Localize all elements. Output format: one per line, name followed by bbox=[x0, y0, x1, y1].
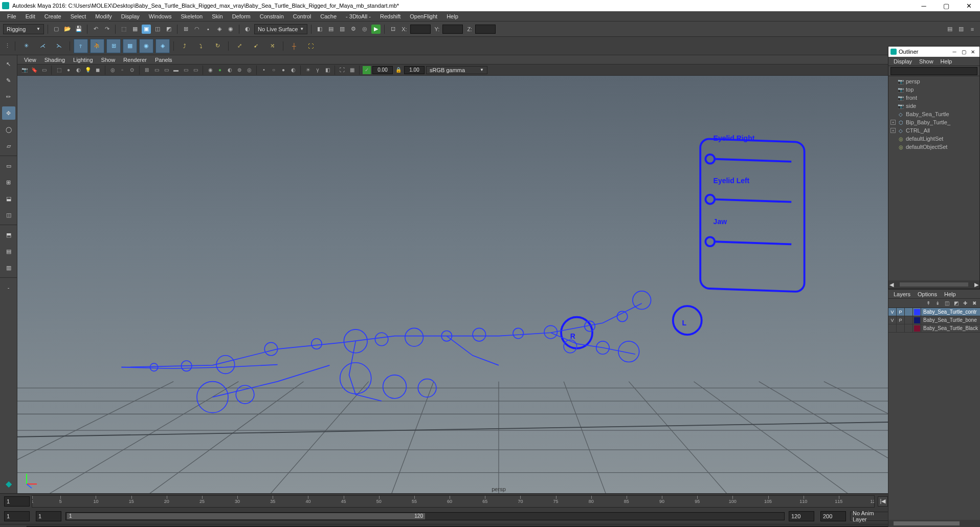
layer-display-type[interactable] bbox=[905, 324, 913, 333]
layout-persp-icon[interactable]: ▥ bbox=[2, 261, 15, 274]
menu-display[interactable]: Display bbox=[117, 12, 144, 20]
textured-icon[interactable]: ◐ bbox=[74, 66, 82, 74]
render-settings-icon[interactable]: ⚙ bbox=[349, 25, 358, 34]
select-tool[interactable]: ↖ bbox=[2, 57, 15, 71]
outliner-menu-display[interactable]: Display bbox=[890, 58, 915, 65]
live-surface-dropdown[interactable]: No Live Surface ▼ bbox=[254, 24, 307, 34]
gamma-value[interactable]: 1.00 bbox=[404, 66, 425, 74]
select-mask2-icon[interactable]: ◩ bbox=[164, 25, 173, 34]
snap-live-icon[interactable]: ◉ bbox=[226, 25, 235, 34]
playback-end-outer[interactable]: 200 bbox=[820, 511, 846, 521]
current-frame-input[interactable]: 1 bbox=[4, 496, 30, 507]
sym-y-icon[interactable]: ⋌ bbox=[35, 39, 50, 53]
playback-start-inner[interactable]: 1 bbox=[36, 511, 61, 521]
ipr-render-icon[interactable]: ▥ bbox=[338, 25, 347, 34]
menu-create[interactable]: Create bbox=[40, 12, 65, 20]
panel-menu-shading[interactable]: Shading bbox=[41, 56, 69, 63]
view-transform-icon[interactable]: ◧ bbox=[323, 66, 331, 74]
range-thumb[interactable]: 1 120 bbox=[67, 513, 425, 519]
layer-visibility-toggle[interactable]: V bbox=[888, 316, 897, 324]
film-gate-icon[interactable]: ▭ bbox=[152, 66, 161, 74]
outliner-close-button[interactable]: ✕ bbox=[968, 48, 977, 55]
y-input[interactable] bbox=[442, 25, 463, 34]
panel-menu-lighting[interactable]: Lighting bbox=[70, 56, 97, 63]
menu-select[interactable]: Select bbox=[66, 12, 91, 20]
menu-3dtoall[interactable]: - 3DtoAll - bbox=[342, 12, 375, 20]
safe-action-icon[interactable]: ▭ bbox=[182, 66, 190, 74]
menu-skeleton[interactable]: Skeleton bbox=[176, 12, 207, 20]
close-button[interactable]: ✕ bbox=[963, 1, 975, 10]
maximize-button[interactable]: ▢ bbox=[940, 1, 952, 10]
camera-select-icon[interactable]: 📷 bbox=[20, 66, 29, 74]
shadows-icon[interactable]: ◼ bbox=[94, 66, 102, 74]
lock-icon[interactable]: 🔒 bbox=[394, 66, 403, 74]
select-mask-icon[interactable]: ◫ bbox=[153, 25, 162, 34]
lasso-tool[interactable]: ✎ bbox=[2, 74, 15, 87]
layer-row[interactable]: V P Baby_Sea_Turtle_bone bbox=[888, 316, 980, 324]
outliner-tree[interactable]: 📷persp 📷top 📷front 📷side ◇Baby_Sea_Turtl… bbox=[888, 76, 979, 280]
layers-menu-options[interactable]: Options bbox=[915, 291, 940, 298]
humanik-icon[interactable]: ⛶ bbox=[303, 39, 318, 53]
grid-icon[interactable]: ⊞ bbox=[143, 66, 151, 74]
green-toggle-icon[interactable]: ✓ bbox=[363, 66, 371, 74]
menu-openflight[interactable]: OpenFlight bbox=[406, 12, 441, 20]
attribute-editor-toggle-icon[interactable]: ▤ bbox=[945, 25, 954, 34]
layout-three-icon[interactable]: ⬒ bbox=[2, 228, 15, 241]
layer-display-type[interactable] bbox=[905, 308, 913, 316]
layer-playback-toggle[interactable]: P bbox=[897, 308, 905, 316]
save-scene-icon[interactable]: 💾 bbox=[74, 25, 83, 34]
scale-tool[interactable]: ▱ bbox=[2, 139, 15, 152]
move-tool[interactable]: ✥ bbox=[2, 106, 15, 120]
layer-new-selected-icon[interactable]: ◩ bbox=[952, 300, 960, 307]
scrollbar-thumb[interactable] bbox=[894, 521, 960, 525]
layer-move-up-icon[interactable]: ↟ bbox=[925, 300, 932, 307]
layer-row[interactable]: V P Baby_Sea_Turtle_contr bbox=[888, 308, 980, 316]
gate-mask-icon[interactable]: ▬ bbox=[172, 66, 180, 74]
menu-cache[interactable]: Cache bbox=[316, 12, 341, 20]
layer-visibility-toggle[interactable]: V bbox=[888, 308, 897, 316]
input-mode-icon[interactable]: ⊡ bbox=[388, 25, 397, 34]
snap-curve-icon[interactable]: ◠ bbox=[192, 25, 202, 34]
layer-new-empty-icon[interactable]: ◫ bbox=[943, 300, 950, 307]
select-object-icon[interactable]: ▦ bbox=[130, 25, 140, 34]
outliner-item-lightset[interactable]: ◎defaultLightSet bbox=[889, 135, 978, 143]
minimize-button[interactable]: ─ bbox=[918, 1, 930, 10]
playback-end-inner[interactable]: 120 bbox=[789, 511, 814, 521]
panel-menu-view[interactable]: View bbox=[20, 56, 40, 63]
menu-constrain[interactable]: Constrain bbox=[256, 12, 288, 20]
dot2-icon[interactable]: ○ bbox=[270, 66, 278, 74]
image-plane-icon[interactable]: ▭ bbox=[40, 66, 48, 74]
hw-fog-icon[interactable]: ● bbox=[216, 66, 224, 74]
outliner-hscrollbar[interactable]: ◀ ▶ bbox=[888, 280, 979, 289]
layout-two-v-icon[interactable]: ◫ bbox=[2, 208, 15, 222]
tool-settings-toggle-icon[interactable]: ▥ bbox=[956, 25, 966, 34]
layer-add-icon[interactable]: ✚ bbox=[962, 300, 969, 307]
expand-icon[interactable]: + bbox=[890, 128, 896, 133]
exposure-icon[interactable]: ☀ bbox=[304, 66, 312, 74]
panel-layout-icon[interactable]: ▦ bbox=[348, 66, 356, 74]
xray-joints-icon[interactable]: ⊙ bbox=[128, 66, 136, 74]
scroll-left-icon[interactable]: ◀ bbox=[888, 281, 895, 288]
depth-of-field-icon[interactable]: ◎ bbox=[245, 66, 253, 74]
panel-menu-panels[interactable]: Panels bbox=[151, 56, 176, 63]
lattice-icon[interactable]: ▦ bbox=[123, 39, 137, 53]
outliner-item-persp[interactable]: 📷persp bbox=[889, 77, 978, 85]
undo-icon[interactable]: ↶ bbox=[91, 25, 100, 34]
color-transform-dropdown[interactable]: sRGB gamma ▼ bbox=[426, 66, 487, 74]
wireframe-icon[interactable]: ⬚ bbox=[55, 66, 63, 74]
rotate-tool[interactable]: ◯ bbox=[2, 123, 15, 136]
bookmark-icon[interactable]: 🔖 bbox=[30, 66, 38, 74]
layer-playback-toggle[interactable]: P bbox=[897, 316, 905, 324]
menu-control[interactable]: Control bbox=[289, 12, 315, 20]
go-to-start-button[interactable]: |◀ bbox=[878, 496, 888, 507]
shelf-tab-icon[interactable]: ⋮ bbox=[3, 39, 11, 53]
snap-point-icon[interactable]: • bbox=[204, 25, 213, 34]
dot4-icon[interactable]: ◐ bbox=[289, 66, 297, 74]
menu-deform[interactable]: Deform bbox=[228, 12, 255, 20]
cluster-icon[interactable]: ◉ bbox=[139, 39, 153, 53]
snap-grid-icon[interactable]: ⊞ bbox=[181, 25, 190, 34]
outliner-minimize-button[interactable]: ─ bbox=[950, 48, 959, 55]
last-tool-icon[interactable]: - bbox=[2, 281, 15, 294]
playback-start-outer[interactable]: 1 bbox=[4, 511, 30, 521]
viewport-3d[interactable]: Eyelid Right Eyelid Left Jaw R L bbox=[17, 76, 980, 493]
